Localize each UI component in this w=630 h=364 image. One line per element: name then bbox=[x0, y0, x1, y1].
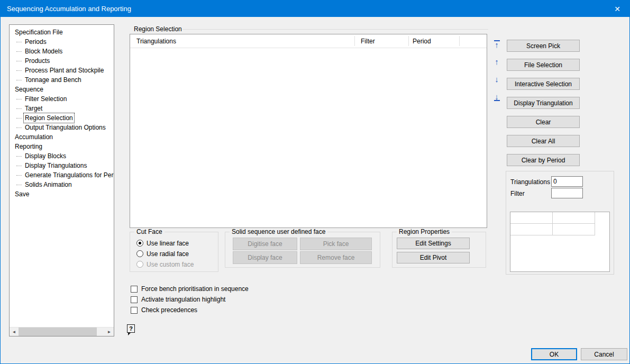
triangulations-count-label: Triangulations bbox=[510, 178, 550, 186]
scroll-right-icon[interactable]: ► bbox=[105, 327, 114, 336]
navigation-tree: Specification File Periods Block Models … bbox=[9, 24, 114, 336]
tree-item-solids-animation[interactable]: Solids Animation bbox=[10, 180, 114, 189]
column-header-triangulations: Triangulations bbox=[136, 34, 176, 48]
region-properties-group: Region Properties Edit Settings Edit Piv… bbox=[392, 232, 486, 268]
cut-face-group: Cut Face Use linear face Use radial face… bbox=[130, 232, 218, 272]
clear-by-period-button[interactable]: Clear by Period bbox=[507, 154, 580, 166]
checkbox-icon bbox=[131, 307, 138, 314]
table-body-empty bbox=[130, 48, 487, 228]
display-triangulation-button[interactable]: Display Triangulation bbox=[507, 97, 580, 109]
column-separator bbox=[459, 36, 460, 46]
column-separator bbox=[408, 36, 409, 46]
solid-sequence-group-label: Solid sequence user defined face bbox=[230, 228, 327, 235]
tree-item-filter-selection[interactable]: Filter Selection bbox=[10, 94, 114, 104]
tree-item-display-triangulations[interactable]: Display Triangulations bbox=[10, 161, 114, 170]
tree-item-sequence[interactable]: Sequence bbox=[10, 85, 114, 94]
radio-icon bbox=[136, 261, 143, 268]
move-down-icon: ↓ bbox=[492, 76, 501, 83]
checkbox-force-bench-prioritisation[interactable]: Force bench prioritisation in sequence bbox=[131, 285, 249, 293]
radio-use-linear-face[interactable]: Use linear face bbox=[136, 239, 189, 247]
summary-box: Triangulations Filter bbox=[506, 171, 614, 275]
tree-item-specification-file[interactable]: Specification File bbox=[10, 28, 114, 37]
move-top-icon: ↑ bbox=[492, 40, 501, 48]
column-separator bbox=[354, 36, 355, 46]
close-icon[interactable]: ✕ bbox=[605, 1, 629, 17]
tree-item-process-plant-and-stockpile[interactable]: Process Plant and Stockpile bbox=[10, 66, 114, 75]
solid-sequence-face-group: Solid sequence user defined face Digitis… bbox=[225, 232, 380, 268]
tree-item-display-blocks[interactable]: Display Blocks bbox=[10, 151, 114, 161]
move-up-button[interactable]: ↑ bbox=[492, 58, 501, 65]
tree-item-tonnage-and-bench[interactable]: Tonnage and Bench bbox=[10, 75, 114, 85]
tree-item-region-selection[interactable]: Region Selection bbox=[10, 113, 114, 123]
cut-face-group-label: Cut Face bbox=[134, 228, 165, 235]
ok-button[interactable]: OK bbox=[531, 348, 577, 360]
digitise-face-button: Digitise face bbox=[233, 238, 297, 250]
edit-settings-button[interactable]: Edit Settings bbox=[397, 238, 470, 249]
checkbox-check-precedences[interactable]: Check precedences bbox=[131, 306, 197, 314]
edit-pivot-button[interactable]: Edit Pivot bbox=[397, 252, 470, 263]
interactive-selection-button[interactable]: Interactive Selection bbox=[507, 78, 580, 90]
column-header-filter: Filter bbox=[361, 34, 375, 48]
tree-item-periods[interactable]: Periods bbox=[10, 37, 114, 47]
grid-cell bbox=[553, 212, 595, 224]
move-down-button[interactable]: ↓ bbox=[492, 76, 501, 83]
display-face-button: Display face bbox=[233, 251, 297, 264]
table-header: Triangulations Filter Period bbox=[130, 34, 487, 48]
region-selection-group-label: Region Selection bbox=[134, 25, 184, 33]
help-icon[interactable]: ? bbox=[127, 324, 135, 333]
tree-item-list: Specification File Periods Block Models … bbox=[10, 25, 114, 199]
clear-button[interactable]: Clear bbox=[507, 116, 580, 128]
radio-icon bbox=[136, 250, 143, 257]
summary-grid-panel bbox=[510, 212, 610, 272]
move-up-icon: ↑ bbox=[492, 58, 501, 65]
checkbox-icon bbox=[131, 296, 138, 303]
region-properties-group-label: Region Properties bbox=[397, 228, 452, 235]
scroll-left-icon[interactable]: ◄ bbox=[10, 327, 19, 336]
clear-all-button[interactable]: Clear All bbox=[507, 135, 580, 147]
group-divider bbox=[182, 29, 488, 30]
move-bottom-icon: ↓ bbox=[492, 93, 501, 101]
tree-horizontal-scrollbar[interactable]: ◄ ► bbox=[10, 327, 114, 336]
scrollbar-thumb[interactable] bbox=[19, 327, 97, 336]
tree-item-block-models[interactable]: Block Models bbox=[10, 47, 114, 56]
tree-item-save[interactable]: Save bbox=[10, 189, 114, 199]
triangulations-count-field[interactable] bbox=[551, 176, 583, 187]
checkbox-activate-triangulation-highlight[interactable]: Activate triangulation highlight bbox=[131, 295, 225, 304]
radio-icon bbox=[136, 240, 143, 247]
radio-use-custom-face: Use custom face bbox=[136, 260, 194, 268]
grid-cell bbox=[510, 224, 553, 235]
grid-cell bbox=[553, 224, 595, 235]
tree-item-products[interactable]: Products bbox=[10, 56, 114, 66]
screen-pick-button[interactable]: Screen Pick bbox=[507, 40, 580, 52]
move-to-top-button[interactable]: ↑ bbox=[492, 40, 501, 48]
grid-cell bbox=[510, 212, 553, 224]
triangulations-table: Triangulations Filter Period bbox=[130, 34, 487, 228]
file-selection-button[interactable]: File Selection bbox=[507, 59, 580, 71]
move-to-bottom-button[interactable]: ↓ bbox=[492, 93, 501, 101]
checkbox-icon bbox=[131, 286, 138, 293]
window-title: Sequencing Accumulation and Reporting bbox=[7, 5, 131, 13]
column-header-period: Period bbox=[413, 34, 431, 48]
pick-face-button: Pick face bbox=[300, 238, 372, 250]
tree-item-target[interactable]: Target bbox=[10, 104, 114, 113]
radio-use-radial-face[interactable]: Use radial face bbox=[136, 250, 189, 258]
cancel-button[interactable]: Cancel bbox=[581, 348, 627, 360]
filter-count-field[interactable] bbox=[551, 188, 583, 198]
tree-item-reporting[interactable]: Reporting bbox=[10, 142, 114, 151]
dialog-window: Sequencing Accumulation and Reporting ✕ … bbox=[0, 0, 630, 364]
remove-face-button: Remove face bbox=[300, 251, 372, 264]
titlebar[interactable]: Sequencing Accumulation and Reporting bbox=[1, 1, 629, 17]
filter-count-label: Filter bbox=[510, 190, 525, 197]
summary-mini-grid bbox=[510, 212, 609, 235]
tree-item-generate-triangulations-for-period[interactable]: Generate Triangulations for Peric bbox=[10, 170, 114, 180]
tree-item-accumulation[interactable]: Accumulation bbox=[10, 132, 114, 142]
tree-item-output-triangulation-options[interactable]: Output Triangulation Options bbox=[10, 123, 114, 132]
